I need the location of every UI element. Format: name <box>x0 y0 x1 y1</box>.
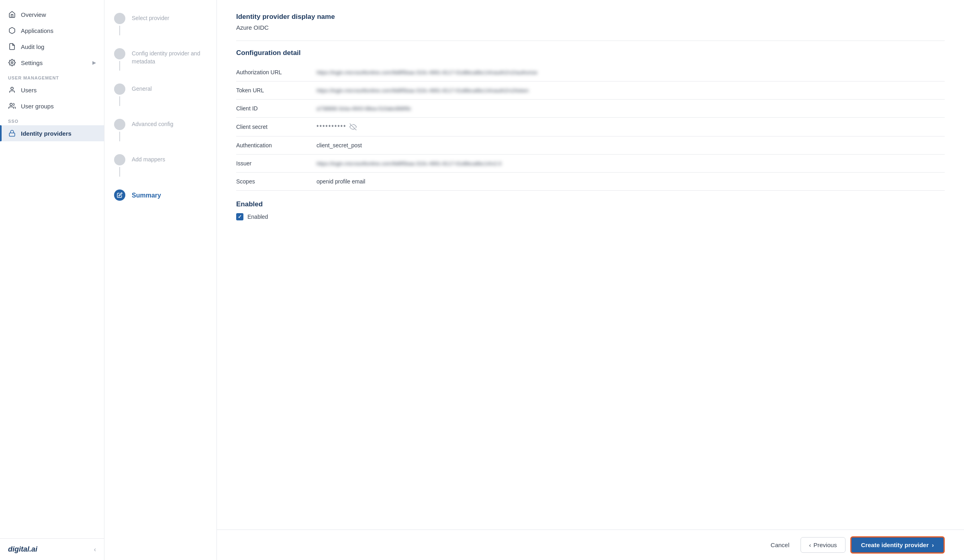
field-label: Client ID <box>236 100 317 118</box>
step-general: General <box>114 83 207 119</box>
idp-display-name-label: Identity provider display name <box>236 13 945 21</box>
step-label-active: Summary <box>132 189 161 200</box>
svg-rect-3 <box>9 133 15 136</box>
step-circle <box>114 13 125 24</box>
main-content: Identity provider display name Azure OID… <box>217 0 964 560</box>
table-row: Token URL https://login.microsoftonline.… <box>236 81 945 100</box>
idp-display-name-value: Azure OIDC <box>236 24 945 31</box>
field-label: Authorization URL <box>236 63 317 81</box>
footer-bar: Cancel ‹ Previous Create identity provid… <box>217 529 964 560</box>
enabled-checkbox-row: Enabled <box>236 213 945 220</box>
field-label: Client secret <box>236 118 317 136</box>
sidebar-item-label: Audit log <box>21 43 44 50</box>
step-label: Select provider <box>132 13 169 22</box>
table-row: Scopes openid profile email <box>236 173 945 191</box>
sidebar-item-label: Identity providers <box>21 130 71 137</box>
step-select-provider: Select provider <box>114 13 207 48</box>
logo: digital.ai <box>8 545 37 554</box>
step-line <box>119 132 120 141</box>
user-icon <box>8 86 16 94</box>
step-circle-active <box>114 189 125 201</box>
sidebar-item-label: Applications <box>21 27 53 34</box>
step-summary: Summary <box>114 189 207 201</box>
enabled-label: Enabled <box>236 200 945 208</box>
sidebar-item-user-groups[interactable]: User groups <box>0 98 104 114</box>
step-label: Config identity provider and metadata <box>132 48 207 65</box>
sidebar-item-label: User groups <box>21 103 54 110</box>
sidebar-nav: Overview Applications Audit log <box>0 0 104 538</box>
content-body: Identity provider display name Azure OID… <box>217 0 964 529</box>
cancel-button[interactable]: Cancel <box>764 538 796 552</box>
create-label: Create identity provider <box>861 542 929 548</box>
stepper-panel: Select provider Config identity provider… <box>104 0 217 560</box>
step-circle <box>114 154 125 165</box>
step-left <box>114 154 125 177</box>
field-value: a738868-3cba-4943-98ea-510abc888f9c <box>317 100 945 118</box>
step-left <box>114 48 125 71</box>
blurred-value: a738868-3cba-4943-98ea-510abc888f9c <box>317 106 411 112</box>
divider <box>236 41 945 41</box>
sidebar-item-overview[interactable]: Overview <box>0 6 104 22</box>
enabled-section: Enabled Enabled <box>236 200 945 220</box>
field-label: Authentication <box>236 136 317 155</box>
step-circle <box>114 119 125 130</box>
user-management-section-label: USER MANAGEMENT <box>0 71 104 82</box>
svg-point-0 <box>11 62 13 64</box>
field-value: https://login.microsoftonline.com/9d8f5b… <box>317 63 945 81</box>
enabled-checkbox[interactable] <box>236 213 243 220</box>
previous-label: Previous <box>813 542 837 548</box>
sidebar-item-users[interactable]: Users <box>0 82 104 98</box>
table-row: Issuer https://login.microsoftonline.com… <box>236 155 945 173</box>
blurred-value: https://login.microsoftonline.com/9d8f5b… <box>317 161 501 167</box>
step-left <box>114 119 125 141</box>
sidebar-item-settings[interactable]: Settings ▶ <box>0 55 104 71</box>
table-row: Authentication client_secret_post <box>236 136 945 155</box>
previous-button[interactable]: ‹ Previous <box>801 537 845 553</box>
sso-section-label: SSO <box>0 114 104 125</box>
blurred-value: https://login.microsoftonline.com/9d8f5b… <box>317 88 529 94</box>
lock-icon <box>8 129 16 137</box>
step-circle <box>114 48 125 59</box>
config-detail-table: Authorization URL https://login.microsof… <box>236 63 945 191</box>
collapse-button[interactable]: ‹ <box>94 546 96 553</box>
chevron-right-icon: › <box>932 542 934 548</box>
chevron-right-icon: ▶ <box>92 60 96 65</box>
svg-point-2 <box>10 103 12 106</box>
field-value: openid profile email <box>317 173 945 191</box>
sidebar: Overview Applications Audit log <box>0 0 104 560</box>
field-value: client_secret_post <box>317 136 945 155</box>
sidebar-item-label: Settings <box>21 59 43 66</box>
users-icon <box>8 102 16 110</box>
step-add-mappers: Add mappers <box>114 154 207 189</box>
settings-icon <box>8 59 16 67</box>
enabled-checkbox-label: Enabled <box>247 214 268 220</box>
table-row: Client ID a738868-3cba-4943-98ea-510abc8… <box>236 100 945 118</box>
field-value: ********** <box>317 118 945 136</box>
field-label: Issuer <box>236 155 317 173</box>
file-icon <box>8 43 16 51</box>
sidebar-item-audit-log[interactable]: Audit log <box>0 39 104 55</box>
step-line <box>119 26 120 35</box>
step-advanced-config: Advanced config <box>114 119 207 154</box>
home-icon <box>8 10 16 18</box>
svg-point-1 <box>11 87 13 90</box>
sidebar-item-applications[interactable]: Applications <box>0 22 104 39</box>
sidebar-item-identity-providers[interactable]: Identity providers <box>0 125 104 141</box>
config-detail-label: Configuration detail <box>236 49 945 57</box>
step-line <box>119 167 120 177</box>
step-circle <box>114 83 125 95</box>
eye-slash-icon[interactable] <box>349 123 357 130</box>
step-label: General <box>132 83 152 93</box>
sidebar-footer: digital.ai ‹ <box>0 538 104 560</box>
step-config-idp: Config identity provider and metadata <box>114 48 207 83</box>
step-label: Advanced config <box>132 119 174 128</box>
field-label: Token URL <box>236 81 317 100</box>
create-identity-provider-button[interactable]: Create identity provider › <box>850 536 945 554</box>
sidebar-item-label: Users <box>21 87 37 94</box>
field-value: https://login.microsoftonline.com/9d8f5b… <box>317 155 945 173</box>
step-left <box>114 83 125 106</box>
blurred-value: https://login.microsoftonline.com/9d8f5b… <box>317 69 537 75</box>
password-field: ********** <box>317 123 945 130</box>
sidebar-item-label: Overview <box>21 11 46 18</box>
table-row: Authorization URL https://login.microsof… <box>236 63 945 81</box>
